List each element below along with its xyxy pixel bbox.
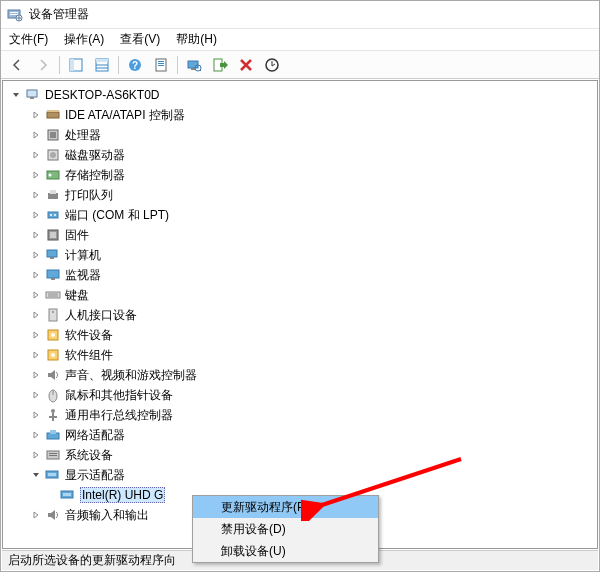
menu-file[interactable]: 文件(F)	[7, 29, 50, 50]
caret-right-icon[interactable]	[29, 208, 43, 222]
caret-right-icon[interactable]	[29, 388, 43, 402]
ide-icon	[45, 107, 61, 123]
tree-category[interactable]: 网络适配器	[3, 425, 597, 445]
caret-right-icon[interactable]	[29, 228, 43, 242]
tree-category[interactable]: 计算机	[3, 245, 597, 265]
tree-category[interactable]: 鼠标和其他指针设备	[3, 385, 597, 405]
caret-right-icon[interactable]	[29, 328, 43, 342]
caret-right-icon[interactable]	[29, 408, 43, 422]
menu-bar: 文件(F) 操作(A) 查看(V) 帮助(H)	[1, 29, 599, 51]
category-label: 系统设备	[65, 447, 113, 464]
caret-right-icon[interactable]	[29, 428, 43, 442]
category-label: 软件设备	[65, 327, 113, 344]
ctx-uninstall-device[interactable]: 卸载设备(U)	[193, 540, 378, 562]
tree-category[interactable]: 人机接口设备	[3, 305, 597, 325]
help-button[interactable]: ?	[123, 54, 147, 76]
tree-category[interactable]: 声音、视频和游戏控制器	[3, 365, 597, 385]
caret-right-icon[interactable]	[29, 348, 43, 362]
keyboard-icon	[45, 287, 61, 303]
separator	[177, 56, 178, 74]
menu-action[interactable]: 操作(A)	[62, 29, 106, 50]
category-label: 显示适配器	[65, 467, 125, 484]
tree-category[interactable]: 系统设备	[3, 445, 597, 465]
disable-button[interactable]	[234, 54, 258, 76]
caret-right-icon[interactable]	[29, 248, 43, 262]
svg-rect-16	[188, 61, 198, 68]
tree-category[interactable]: 通用串行总线控制器	[3, 405, 597, 425]
svg-rect-60	[49, 453, 57, 454]
tree-category[interactable]: 软件设备	[3, 325, 597, 345]
svg-point-35	[50, 214, 52, 216]
svg-rect-41	[47, 270, 59, 278]
caret-right-icon[interactable]	[29, 508, 43, 522]
forward-button[interactable]	[31, 54, 55, 76]
svg-rect-40	[50, 257, 54, 259]
caret-down-icon[interactable]	[9, 88, 23, 102]
tree-category[interactable]: 键盘	[3, 285, 597, 305]
svg-rect-24	[47, 112, 59, 118]
tree-category[interactable]: 磁盘驱动器	[3, 145, 597, 165]
system-icon	[45, 447, 61, 463]
svg-rect-15	[158, 65, 164, 66]
svg-rect-65	[63, 493, 71, 496]
tree-category-display[interactable]: 显示适配器	[3, 465, 597, 485]
svg-rect-61	[49, 455, 57, 456]
display-adapter-icon	[60, 487, 76, 503]
tree-category[interactable]: 固件	[3, 225, 597, 245]
category-label: 监视器	[65, 267, 101, 284]
tree-category[interactable]: 存储控制器	[3, 165, 597, 185]
caret-right-icon[interactable]	[29, 108, 43, 122]
show-hide-button[interactable]	[64, 54, 88, 76]
caret-down-icon[interactable]	[29, 468, 43, 482]
caret-right-icon[interactable]	[29, 288, 43, 302]
caret-right-icon[interactable]	[29, 128, 43, 142]
tree-category[interactable]: 软件组件	[3, 345, 597, 365]
caret-right-icon[interactable]	[29, 268, 43, 282]
caret-right-icon[interactable]	[29, 368, 43, 382]
context-menu: 更新驱动程序(P) 禁用设备(D) 卸载设备(U)	[192, 495, 379, 563]
tree-category[interactable]: 处理器	[3, 125, 597, 145]
back-button[interactable]	[5, 54, 29, 76]
svg-rect-7	[96, 59, 108, 62]
view-button[interactable]	[90, 54, 114, 76]
caret-right-icon[interactable]	[29, 188, 43, 202]
menu-view[interactable]: 查看(V)	[118, 29, 162, 50]
svg-point-31	[49, 174, 52, 177]
window-title: 设备管理器	[29, 6, 89, 23]
separator	[59, 56, 60, 74]
svg-point-36	[54, 214, 56, 216]
caret-right-icon[interactable]	[29, 448, 43, 462]
svg-rect-38	[50, 232, 56, 238]
properties-button[interactable]	[149, 54, 173, 76]
caret-right-icon[interactable]	[29, 308, 43, 322]
update-driver-button[interactable]	[208, 54, 232, 76]
svg-rect-2	[10, 14, 18, 15]
ctx-update-driver[interactable]: 更新驱动程序(P)	[193, 496, 378, 518]
software-icon	[45, 347, 61, 363]
caret-right-icon[interactable]	[29, 148, 43, 162]
tree-category[interactable]: 监视器	[3, 265, 597, 285]
scan-button[interactable]	[182, 54, 206, 76]
svg-point-54	[51, 409, 55, 413]
ctx-disable-device[interactable]: 禁用设备(D)	[193, 518, 378, 540]
svg-rect-17	[191, 68, 195, 70]
svg-rect-58	[50, 430, 56, 434]
category-label: 鼠标和其他指针设备	[65, 387, 173, 404]
tree-root[interactable]: DESKTOP-AS6KT0D	[3, 85, 597, 105]
category-label: 键盘	[65, 287, 89, 304]
svg-point-29	[50, 152, 56, 158]
svg-point-47	[52, 311, 54, 313]
tree-category[interactable]: 打印队列	[3, 185, 597, 205]
tree-category[interactable]: IDE ATA/ATAPI 控制器	[3, 105, 597, 125]
svg-rect-1	[10, 12, 18, 13]
tree-category[interactable]: 端口 (COM 和 LPT)	[3, 205, 597, 225]
caret-right-icon[interactable]	[29, 168, 43, 182]
mouse-icon	[45, 387, 61, 403]
display-adapter-icon	[45, 467, 61, 483]
device-tree[interactable]: DESKTOP-AS6KT0D IDE ATA/ATAPI 控制器处理器磁盘驱动…	[2, 80, 598, 549]
root-label: DESKTOP-AS6KT0D	[45, 88, 159, 102]
svg-rect-25	[47, 110, 59, 112]
uninstall-button[interactable]	[260, 54, 284, 76]
menu-help[interactable]: 帮助(H)	[174, 29, 219, 50]
sound-icon	[45, 367, 61, 383]
